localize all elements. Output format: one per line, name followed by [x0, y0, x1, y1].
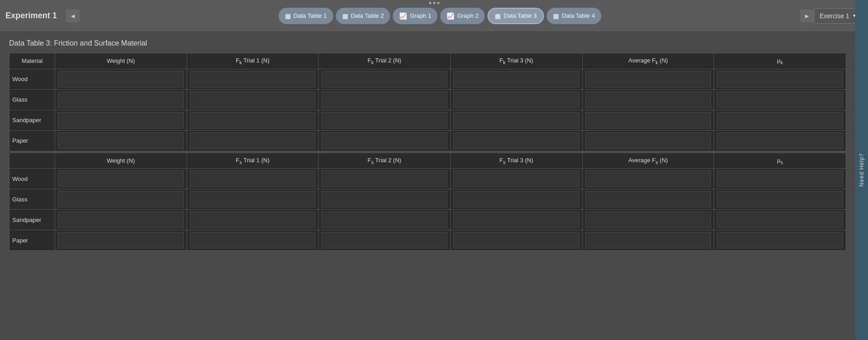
- fk-t3-wood-input[interactable]: [453, 71, 579, 88]
- fk-t3-glass[interactable]: [450, 89, 582, 110]
- mu-k-glass-input[interactable]: [717, 92, 843, 108]
- mu-k-glass[interactable]: [714, 89, 846, 110]
- fk-t1-glass-input[interactable]: [190, 92, 316, 108]
- fk-t3-paper-input[interactable]: [453, 133, 579, 149]
- mu-s-glass[interactable]: [714, 189, 846, 210]
- nav-prev-button[interactable]: ◄: [66, 10, 80, 22]
- tab-graph-1[interactable]: 📈 Graph 1: [393, 8, 437, 24]
- fk-t2-sandpaper[interactable]: [319, 110, 451, 130]
- fs-t1-wood[interactable]: [187, 169, 319, 189]
- fs-t3-glass[interactable]: [450, 189, 582, 210]
- fk-t1-wood-input[interactable]: [190, 71, 316, 88]
- weight-glass-k-input[interactable]: [58, 92, 184, 108]
- mu-s-paper-input[interactable]: [717, 232, 843, 248]
- tab-graph-2[interactable]: 📈 Graph 2: [440, 8, 485, 24]
- fk-t3-sandpaper[interactable]: [450, 110, 582, 130]
- mu-k-wood[interactable]: [714, 69, 846, 89]
- fk-t2-glass-input[interactable]: [321, 92, 447, 108]
- fs-t2-sandpaper-input[interactable]: [321, 211, 447, 228]
- weight-glass-s-input[interactable]: [58, 191, 184, 207]
- mu-k-paper-input[interactable]: [717, 133, 843, 149]
- weight-sandpaper-s-input[interactable]: [58, 211, 184, 228]
- fs-t2-wood-input[interactable]: [321, 170, 447, 187]
- avg-fk-paper-input[interactable]: [585, 133, 711, 149]
- avg-fs-wood[interactable]: [582, 169, 714, 189]
- avg-fs-wood-input[interactable]: [585, 170, 711, 187]
- fk-t1-sandpaper-input[interactable]: [190, 112, 316, 129]
- fk-t2-paper[interactable]: [319, 130, 451, 151]
- fs-t3-paper[interactable]: [450, 230, 582, 251]
- fs-t3-glass-input[interactable]: [453, 191, 579, 207]
- avg-fs-paper[interactable]: [582, 230, 714, 251]
- mu-k-paper[interactable]: [714, 130, 846, 151]
- fk-t3-sandpaper-input[interactable]: [453, 112, 579, 129]
- tab-data-table-2[interactable]: ▦ Data Table 2: [336, 8, 391, 24]
- weight-sandpaper-k[interactable]: [55, 110, 187, 130]
- avg-fk-glass[interactable]: [582, 89, 714, 110]
- fs-t3-wood[interactable]: [450, 169, 582, 189]
- mu-k-sandpaper-input[interactable]: [717, 112, 843, 129]
- weight-sandpaper-s[interactable]: [55, 210, 187, 230]
- avg-fs-sandpaper[interactable]: [582, 210, 714, 230]
- mu-s-glass-input[interactable]: [717, 191, 843, 207]
- fs-t1-sandpaper-input[interactable]: [190, 211, 316, 228]
- weight-glass-k[interactable]: [55, 89, 187, 110]
- fs-t1-glass[interactable]: [187, 189, 319, 210]
- fk-t1-sandpaper[interactable]: [187, 110, 319, 130]
- fk-t2-glass[interactable]: [319, 89, 451, 110]
- fs-t1-paper[interactable]: [187, 230, 319, 251]
- weight-sandpaper-k-input[interactable]: [58, 112, 184, 129]
- fs-t3-wood-input[interactable]: [453, 170, 579, 187]
- fk-t2-paper-input[interactable]: [321, 133, 447, 149]
- avg-fk-wood[interactable]: [582, 69, 714, 89]
- avg-fs-glass[interactable]: [582, 189, 714, 210]
- fk-t1-wood[interactable]: [187, 69, 319, 89]
- fk-t3-wood[interactable]: [450, 69, 582, 89]
- fs-t1-glass-input[interactable]: [190, 191, 316, 207]
- weight-paper-k-input[interactable]: [58, 133, 184, 149]
- fs-t3-sandpaper-input[interactable]: [453, 211, 579, 228]
- weight-wood-k-input[interactable]: [58, 71, 184, 88]
- fk-t1-paper[interactable]: [187, 130, 319, 151]
- mu-s-sandpaper[interactable]: [714, 210, 846, 230]
- fs-t1-paper-input[interactable]: [190, 232, 316, 248]
- mu-s-wood[interactable]: [714, 169, 846, 189]
- avg-fk-glass-input[interactable]: [585, 92, 711, 108]
- tab-data-table-4[interactable]: ▦ Data Table 4: [547, 8, 601, 24]
- fk-t2-sandpaper-input[interactable]: [321, 112, 447, 129]
- fs-t2-wood[interactable]: [319, 169, 451, 189]
- fs-t2-paper[interactable]: [319, 230, 451, 251]
- mu-s-sandpaper-input[interactable]: [717, 211, 843, 228]
- avg-fk-paper[interactable]: [582, 130, 714, 151]
- mu-s-paper[interactable]: [714, 230, 846, 251]
- avg-fs-sandpaper-input[interactable]: [585, 211, 711, 228]
- fs-t1-sandpaper[interactable]: [187, 210, 319, 230]
- weight-paper-k[interactable]: [55, 130, 187, 151]
- fk-t2-wood-input[interactable]: [321, 71, 447, 88]
- weight-wood-k[interactable]: [55, 69, 187, 89]
- fs-t2-paper-input[interactable]: [321, 232, 447, 248]
- mu-k-wood-input[interactable]: [717, 71, 843, 88]
- fs-t3-sandpaper[interactable]: [450, 210, 582, 230]
- fs-t3-paper-input[interactable]: [453, 232, 579, 248]
- fk-t1-paper-input[interactable]: [190, 133, 316, 149]
- mu-s-wood-input[interactable]: [717, 170, 843, 187]
- fs-t2-glass[interactable]: [319, 189, 451, 210]
- avg-fk-sandpaper-input[interactable]: [585, 112, 711, 129]
- weight-paper-s-input[interactable]: [58, 232, 184, 248]
- fs-t2-sandpaper[interactable]: [319, 210, 451, 230]
- avg-fk-wood-input[interactable]: [585, 71, 711, 88]
- mu-k-sandpaper[interactable]: [714, 110, 846, 130]
- fk-t2-wood[interactable]: [319, 69, 451, 89]
- fk-t1-glass[interactable]: [187, 89, 319, 110]
- avg-fs-glass-input[interactable]: [585, 191, 711, 207]
- tab-data-table-3[interactable]: ▦ Data Table 3: [487, 8, 544, 24]
- weight-glass-s[interactable]: [55, 189, 187, 210]
- fk-t3-glass-input[interactable]: [453, 92, 579, 108]
- weight-wood-s[interactable]: [55, 169, 187, 189]
- fs-t1-wood-input[interactable]: [190, 170, 316, 187]
- avg-fs-paper-input[interactable]: [585, 232, 711, 248]
- fs-t2-glass-input[interactable]: [321, 191, 447, 207]
- tab-data-table-1[interactable]: ▦ Data Table 1: [279, 8, 333, 24]
- nav-next-button[interactable]: ►: [800, 10, 814, 22]
